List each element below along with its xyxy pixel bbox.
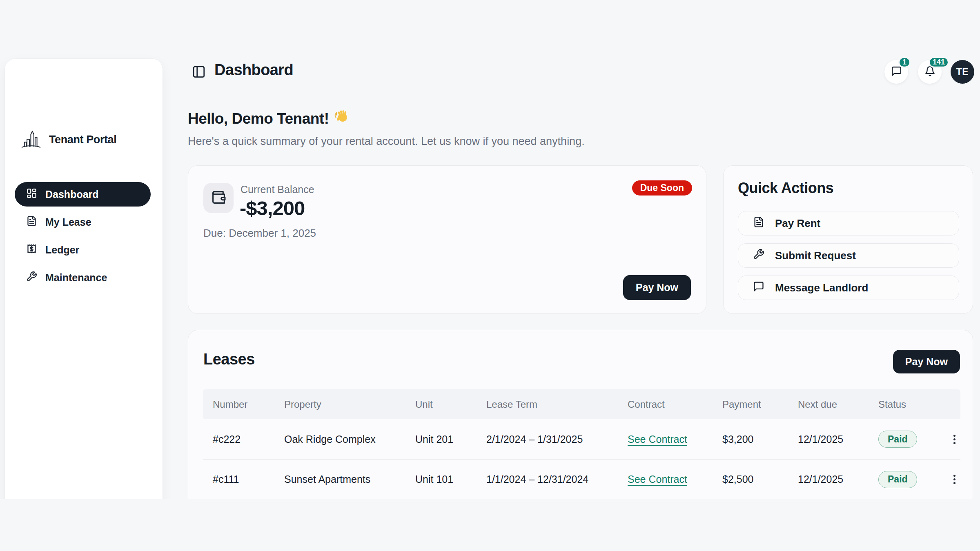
balance-card: Current Balance -$3,200 Due Soon Due: De… (188, 165, 706, 314)
lease-unit: Unit 201 (415, 433, 486, 445)
lease-payment: $2,500 (722, 473, 798, 485)
document-icon (753, 216, 764, 231)
sidebar-item-ledger[interactable]: Ledger (15, 238, 151, 262)
row-menu-button[interactable] (953, 435, 960, 444)
leases-table-body: #c222 Oak Ridge Complex Unit 201 2/1/202… (203, 419, 960, 499)
status-badge: Paid (878, 471, 917, 488)
table-row: #c222 Oak Ridge Complex Unit 201 2/1/202… (203, 419, 960, 459)
column-header-next-due: Next due (798, 399, 878, 410)
sidebar-item-label: My Lease (45, 216, 91, 228)
lease-number: #c222 (213, 433, 284, 445)
lease-property: Oak Ridge Complex (284, 433, 415, 445)
quick-actions-card: Quick Actions Pay Rent Submit Request (723, 165, 973, 314)
messages-count-badge: 1 (898, 57, 911, 68)
sidebar-nav: Dashboard My Lease (15, 182, 151, 290)
page-title: Dashboard (214, 61, 293, 79)
quick-action-label: Submit Request (775, 249, 856, 262)
wrench-icon (26, 271, 37, 284)
wrench-icon (753, 249, 764, 263)
pay-now-button[interactable]: Pay Now (623, 275, 691, 300)
sidebar-item-maintenance[interactable]: Maintenance (15, 265, 151, 290)
leases-title: Leases (203, 351, 255, 368)
column-header-lease-term: Lease Term (486, 399, 628, 410)
greeting-heading: Hello, Demo Tenant! (188, 110, 329, 127)
greeting-section: Hello, Demo Tenant! Here's a quic (188, 109, 585, 148)
notifications-button[interactable]: 141 (918, 60, 942, 84)
balance-label: Current Balance (241, 184, 314, 196)
status-badge: Paid (878, 431, 917, 448)
lease-unit: Unit 101 (415, 473, 486, 485)
column-header-property: Property (284, 399, 415, 410)
due-soon-badge: Due Soon (632, 180, 692, 196)
sidebar-item-label: Ledger (45, 244, 79, 256)
lease-next-due: 12/1/2025 (798, 473, 878, 485)
buildings-logo-icon (20, 127, 42, 152)
chat-icon (753, 281, 764, 295)
messages-button[interactable]: 1 (884, 60, 908, 84)
lease-next-due: 12/1/2025 (798, 433, 878, 445)
leases-card: Leases Pay Now Number Property Unit Leas… (188, 330, 973, 499)
balance-amount: -$3,200 (240, 197, 305, 220)
greeting-subtitle: Here's a quick summary of your rental ac… (188, 135, 585, 148)
see-contract-link[interactable]: See Contract (628, 433, 687, 445)
see-contract-link[interactable]: See Contract (628, 473, 687, 485)
document-icon (26, 216, 37, 229)
sidebar-item-label: Maintenance (45, 272, 107, 284)
lease-term: 2/1/2024 – 1/31/2025 (486, 433, 628, 445)
brand-name: Tenant Portal (49, 133, 116, 146)
quick-action-label: Message Landlord (775, 282, 868, 294)
tenant-portal-app: { "brand": { "name": "Tenant Portal" }, … (0, 0, 980, 551)
column-header-contract: Contract (628, 399, 722, 410)
row-menu-button[interactable] (953, 475, 960, 484)
quick-action-label: Pay Rent (775, 217, 820, 230)
app-viewport: Tenant Portal Dashboard (0, 0, 980, 499)
leases-table-header: Number Property Unit Lease Term Contract… (203, 389, 960, 419)
leases-pay-now-button[interactable]: Pay Now (893, 350, 960, 373)
quick-actions-title: Quick Actions (738, 180, 833, 197)
lease-payment: $3,200 (722, 433, 798, 445)
waving-hand-emoji (334, 109, 350, 129)
pay-rent-button[interactable]: Pay Rent (738, 211, 959, 236)
sidebar-item-dashboard[interactable]: Dashboard (15, 182, 151, 207)
user-avatar[interactable]: TE (951, 60, 974, 84)
dashboard-grid-icon (26, 188, 37, 201)
lease-number: #c111 (213, 473, 284, 485)
column-header-unit: Unit (415, 399, 486, 410)
sidebar-toggle-button[interactable] (192, 65, 206, 79)
wallet-icon (211, 190, 226, 207)
message-landlord-button[interactable]: Message Landlord (738, 276, 959, 300)
column-header-number: Number (213, 399, 284, 410)
table-row: #c111 Sunset Apartments Unit 101 1/1/202… (203, 459, 960, 499)
notifications-count-badge: 141 (929, 57, 949, 68)
receipt-icon (26, 243, 37, 257)
wallet-icon-tile (203, 183, 234, 213)
column-header-payment: Payment (722, 399, 798, 410)
submit-request-button[interactable]: Submit Request (738, 243, 959, 268)
sidebar-item-my-lease[interactable]: My Lease (15, 210, 151, 234)
quick-actions-list: Pay Rent Submit Request Message Landlord (738, 211, 959, 300)
lease-property: Sunset Apartments (284, 473, 415, 485)
column-header-status: Status (878, 399, 935, 410)
chat-icon (891, 66, 902, 78)
sidebar: Tenant Portal Dashboard (5, 59, 163, 499)
due-date-text: Due: December 1, 2025 (203, 227, 316, 240)
lease-term: 1/1/2024 – 12/31/2024 (486, 473, 628, 485)
brand: Tenant Portal (20, 127, 116, 152)
sidebar-item-label: Dashboard (45, 189, 99, 200)
